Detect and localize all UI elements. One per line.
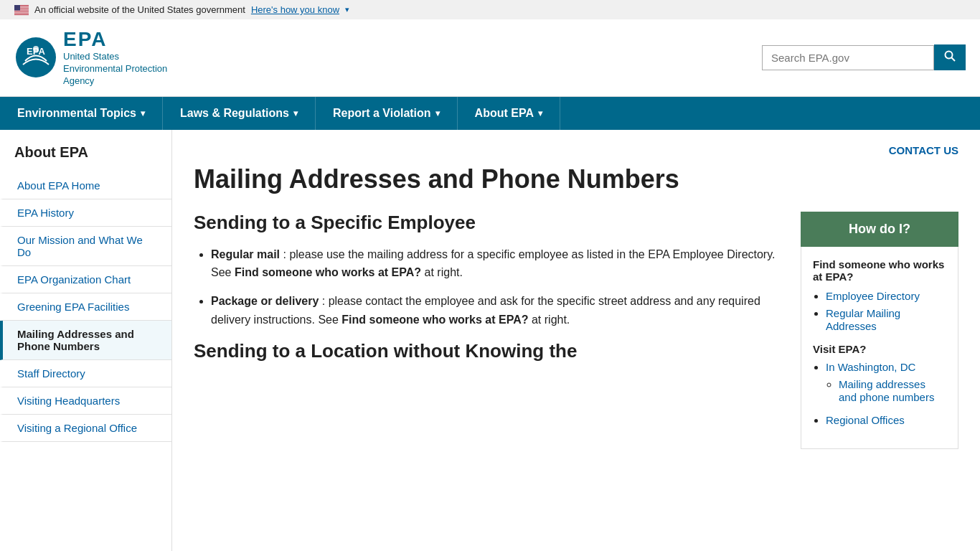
section2-heading: Sending to a Location without Knowing th… xyxy=(194,340,783,362)
content-area: Sending to a Specific Employee Regular m… xyxy=(194,212,958,449)
visit-links-list: In Washington, DC Mailing addresses and … xyxy=(813,361,946,427)
find-link-regular-mailing[interactable]: Regular Mailing Addresses xyxy=(826,307,946,333)
svg-rect-5 xyxy=(14,11,29,12)
sidebar-item-about-epa-home[interactable]: About EPA Home xyxy=(0,172,171,199)
visit-sub-mailing-addresses[interactable]: Mailing addresses and phone numbers xyxy=(839,378,946,404)
find-section-label: Find someone who works at EPA? xyxy=(813,258,946,283)
site-header: EPA EPA United States Environmental Prot… xyxy=(0,19,980,97)
main-content: CONTACT US Mailing Addresses and Phone N… xyxy=(172,130,980,551)
nav-chevron-0: ▾ xyxy=(141,108,145,118)
logo-area: EPA EPA United States Environmental Prot… xyxy=(14,28,167,88)
sidebar-item-mailing-addresses[interactable]: Mailing Addresses and Phone Numbers xyxy=(0,321,171,360)
gov-banner-link[interactable]: Here's how you know xyxy=(251,4,339,15)
section1-heading: Sending to a Specific Employee xyxy=(194,212,783,234)
search-input[interactable] xyxy=(762,45,934,70)
nav-item-environmental-topics[interactable]: Environmental Topics ▾ xyxy=(0,97,163,130)
section1-list: Regular mail : please use the mailing ad… xyxy=(194,245,783,329)
svg-rect-7 xyxy=(14,5,20,11)
sidebar-item-staff-directory[interactable]: Staff Directory xyxy=(0,360,171,387)
sidebar-item-epa-history[interactable]: EPA History xyxy=(0,199,171,227)
sidebar: About EPA About EPA Home EPA History Our… xyxy=(0,130,172,551)
regular-mail-bold: Find someone who works at EPA? xyxy=(235,266,421,278)
package-delivery-bold: Find someone who works at EPA? xyxy=(341,314,528,326)
svg-line-12 xyxy=(951,57,955,61)
list-item-regular-mail: Regular mail : please use the mailing ad… xyxy=(211,245,783,282)
svg-rect-4 xyxy=(14,10,29,11)
nav-chevron-2: ▾ xyxy=(435,108,440,118)
visit-link-regional-offices[interactable]: Regional Offices xyxy=(826,414,946,427)
sidebar-item-visiting-regional-office[interactable]: Visiting a Regional Office xyxy=(0,415,171,442)
content-header: CONTACT US xyxy=(194,144,958,156)
main-nav: Environmental Topics ▾ Laws & Regulation… xyxy=(0,97,980,130)
how-do-i-header: How do I? xyxy=(801,212,958,247)
regular-mail-label: Regular mail xyxy=(211,248,280,260)
svg-point-10 xyxy=(33,46,39,52)
nav-chevron-1: ▾ xyxy=(293,108,298,118)
epa-emblem-icon: EPA xyxy=(14,36,57,79)
search-icon xyxy=(944,50,956,62)
nav-item-about-epa[interactable]: About EPA ▾ xyxy=(458,97,560,130)
svg-point-8 xyxy=(16,37,56,77)
epa-logo[interactable]: EPA EPA United States Environmental Prot… xyxy=(14,28,167,88)
nav-chevron-3: ▾ xyxy=(538,108,542,118)
sidebar-item-org-chart[interactable]: EPA Organization Chart xyxy=(0,266,171,293)
gov-banner: An official website of the United States… xyxy=(0,0,980,19)
svg-rect-6 xyxy=(14,13,29,14)
sidebar-item-greening[interactable]: Greening EPA Facilities xyxy=(0,293,171,321)
sidebar-item-our-mission[interactable]: Our Mission and What We Do xyxy=(0,227,171,266)
gov-banner-chevron: ▾ xyxy=(345,5,349,14)
find-links-list: Employee Directory Regular Mailing Addre… xyxy=(813,290,946,333)
nav-item-report-violation[interactable]: Report a Violation ▾ xyxy=(316,97,458,130)
regular-mail-tail: at right. xyxy=(425,266,463,278)
gov-banner-text: An official website of the United States… xyxy=(34,4,245,15)
search-area xyxy=(762,44,966,70)
epa-text-block: EPA United States Environmental Protecti… xyxy=(63,28,167,88)
page-wrapper: About EPA About EPA Home EPA History Our… xyxy=(0,130,980,551)
epa-full-name: United States Environmental Protection A… xyxy=(63,51,167,88)
find-link-employee-directory[interactable]: Employee Directory xyxy=(826,290,946,303)
main-text: Sending to a Specific Employee Regular m… xyxy=(194,212,783,449)
epa-acronym: EPA xyxy=(63,28,167,51)
page-title: Mailing Addresses and Phone Numbers xyxy=(194,164,958,194)
list-item-package-delivery: Package or delivery : please contact the… xyxy=(211,292,783,329)
package-delivery-label: Package or delivery xyxy=(211,295,319,307)
nav-item-laws-regulations[interactable]: Laws & Regulations ▾ xyxy=(163,97,316,130)
search-button[interactable] xyxy=(934,44,966,70)
sidebar-title: About EPA xyxy=(0,144,171,172)
sidebar-item-visiting-headquarters[interactable]: Visiting Headquarters xyxy=(0,387,171,415)
sidebar-nav: About EPA Home EPA History Our Mission a… xyxy=(0,172,171,442)
us-flag-icon xyxy=(14,5,29,15)
visit-section-label: Visit EPA? xyxy=(813,343,946,355)
how-do-i-box: How do I? Find someone who works at EPA?… xyxy=(801,212,958,449)
visit-link-washington-dc[interactable]: In Washington, DC Mailing addresses and … xyxy=(826,361,946,404)
package-delivery-tail: at right. xyxy=(532,314,570,326)
washington-dc-sub-list: Mailing addresses and phone numbers xyxy=(826,378,946,404)
how-do-i-body: Find someone who works at EPA? Employee … xyxy=(801,247,958,449)
contact-us-link[interactable]: CONTACT US xyxy=(889,144,958,156)
